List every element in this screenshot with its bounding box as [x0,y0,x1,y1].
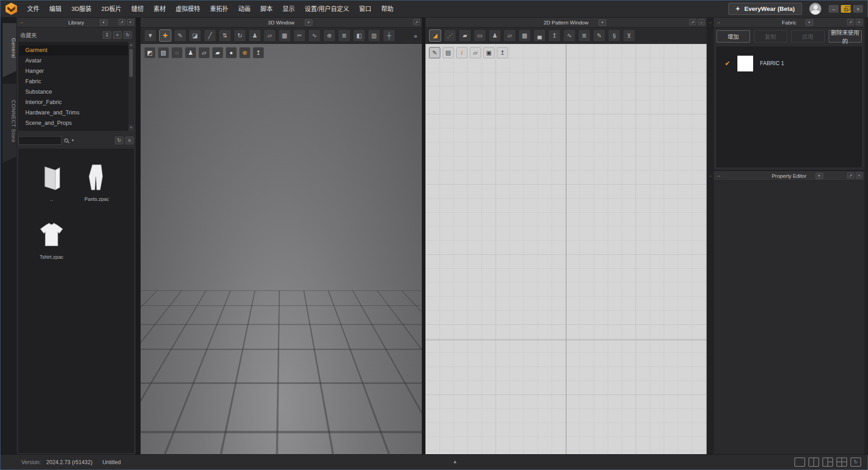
scroll-down-icon[interactable]: ▼ [128,125,134,131]
avatar-silhouette-tool-icon[interactable]: ♟ [489,29,501,42]
scroll-up-icon[interactable]: ▲ [128,42,134,48]
library-item[interactable]: Avatar [19,56,133,66]
pin-garment-tool-icon[interactable]: ◪ [189,29,201,42]
shirring-tool-icon[interactable]: § [608,29,620,42]
grid-tool-icon[interactable]: ▦ [278,29,291,42]
grid-2d-tool-icon[interactable]: ▦ [519,29,531,42]
fabric-menu-dropdown-icon[interactable]: ▼ [806,19,813,26]
layout-four-pane-icon[interactable] [836,457,847,467]
show-garment-view-icon[interactable]: ▤ [158,47,169,58]
fabric-action-button[interactable]: 复制 [754,30,788,43]
show-fabric-2d-icon[interactable]: ▱ [470,47,481,58]
3d-viewport[interactable]: ◩ ▤ ◌ ♟ ▱ ▰ ● ⊕ [141,44,422,455]
menu-item[interactable]: 动画 [233,0,255,18]
show-head-view-icon[interactable]: ● [226,47,237,58]
arrange-clothes-tool-icon[interactable]: ⇅ [219,29,231,42]
menu-item[interactable]: 3D服装 [66,0,96,18]
file-item[interactable]: Pants.zpac [74,161,119,219]
show-globe-view-icon[interactable]: ⊕ [239,47,250,58]
search-filter-dropdown-icon[interactable]: ▼ [71,138,75,142]
select-move-tool-icon[interactable]: ✚ [159,29,171,42]
restore-button[interactable] [841,5,851,13]
sewing-2d-tool-icon[interactable]: ∿ [563,29,576,42]
stamp-2d-icon[interactable]: ↥ [497,47,508,58]
fabric-action-button[interactable]: 应用 [791,30,825,43]
file-item[interactable]: .. [29,161,74,219]
2d-window-menu-dropdown-icon[interactable]: ▼ [599,19,606,26]
property-menu-dropdown-icon[interactable]: ▼ [816,173,823,179]
close-button[interactable]: × [853,5,863,13]
layout-three-pane-icon[interactable] [822,457,833,467]
library-item[interactable]: Garment [19,45,133,56]
library-item[interactable]: Scene_and_Props [19,118,133,128]
library-item[interactable]: Hardware_and_Trims [19,108,133,118]
upload-snapshot-icon[interactable]: ↥ [253,47,264,58]
search-input[interactable] [19,136,61,145]
show-cloth-b-view-icon[interactable]: ▰ [212,47,223,58]
add-favorite-icon[interactable]: + [113,31,122,39]
create-polygon-tool-icon[interactable]: ▰ [459,29,471,42]
measure-tool-icon[interactable]: ┼ [383,29,395,42]
button-tool-icon[interactable]: ⊕ [323,29,335,42]
list-view-icon[interactable]: ≡ [125,137,134,144]
close-icon[interactable]: × [856,172,863,179]
reload-files-icon[interactable]: ↻ [115,137,123,144]
sewing-tool-icon[interactable]: ✂ [293,29,306,42]
layout-single-icon[interactable] [794,457,805,467]
toolbar-overflow-icon[interactable]: » [411,30,420,41]
menu-item[interactable]: 重拓扑 [205,0,234,18]
dock-arrow-icon[interactable]: → [708,19,712,24]
3d-window-menu-dropdown-icon[interactable]: ▼ [305,19,312,26]
library-item[interactable]: Substance [19,87,133,97]
close-icon[interactable]: × [127,19,134,25]
show-avatar-view-icon[interactable]: ♟ [185,47,196,58]
avatar-tape-tool-icon[interactable]: ♟ [249,29,261,42]
show-annotation-icon[interactable]: i [456,47,467,58]
fabric-strip-tool-icon[interactable]: ▥ [368,29,380,42]
menu-item[interactable]: 脚本 [255,0,278,18]
trace-tool-icon[interactable]: ▱ [504,29,516,42]
library-item[interactable]: Hanger [19,66,133,76]
2d-pattern-viewport[interactable]: ✎ ▤ i ▱ ▣ ↥ [425,44,707,455]
garment-fit-tool-icon[interactable]: ⊻ [623,29,635,42]
layout-two-pane-icon[interactable] [808,457,819,467]
tab-connect-store[interactable]: CONNECT Store [3,84,16,163]
show-sketch-icon[interactable]: ✎ [429,47,440,58]
expand-animation-panel-icon[interactable]: ▲ [453,459,458,464]
scrollbar-thumb[interactable] [129,49,133,77]
menu-item[interactable]: 2D板片 [96,0,126,18]
popout-icon[interactable]: ↗ [118,19,125,25]
pen-2d-tool-icon[interactable]: ✎ [593,29,605,42]
fold-arrangement-tool-icon[interactable]: ↻ [234,29,246,42]
edit-pinpoint-tool-icon[interactable]: ✎ [174,29,186,42]
close-icon[interactable]: × [856,19,863,25]
show-garment-2d-icon[interactable]: ▤ [443,47,454,58]
library-item[interactable]: Fabric [19,76,133,87]
flatten-tool-icon[interactable]: ◧ [353,29,365,42]
transform-pattern-tool-icon[interactable]: ◢ [429,29,441,42]
show-accessory-view-icon[interactable]: ◌ [171,47,183,58]
minimize-button[interactable]: – [829,5,839,13]
download-icon[interactable]: ↧ [103,31,111,39]
library-menu-dropdown-icon[interactable]: ▼ [100,19,108,26]
show-cloth-a-view-icon[interactable]: ▱ [198,47,210,58]
layout-reset-icon[interactable]: ↻ [850,457,861,467]
menu-item[interactable]: 文件 [22,0,44,18]
lock-pattern-icon[interactable]: ▣ [483,47,495,58]
show-solid-view-icon[interactable]: ◩ [144,47,156,58]
pleats-tool-icon[interactable]: ≣ [578,29,590,42]
fabric-action-button[interactable]: 增加 [717,30,750,43]
popout-icon[interactable]: ↗ [413,19,420,25]
zipper-tool-icon[interactable]: ≣ [338,29,350,42]
fabric-list-item[interactable]: ✔ FABRIC 1 [717,53,861,73]
attach-plane-tool-icon[interactable]: ▱ [264,29,276,42]
pin-tool-icon[interactable]: ╱ [204,29,216,42]
create-rectangle-tool-icon[interactable]: ▭ [474,29,486,42]
menu-item[interactable]: 帮助 [376,0,398,18]
fabric-action-button[interactable]: 删除未使用的 [829,30,862,43]
library-item[interactable]: Interior_Fabric [19,97,133,108]
popout-icon[interactable]: ↗ [689,19,696,25]
search-icon[interactable] [64,138,68,142]
everywear-button[interactable]: ✦ EveryWear (Beta) [728,3,802,15]
menu-item[interactable]: 窗口 [354,0,376,18]
